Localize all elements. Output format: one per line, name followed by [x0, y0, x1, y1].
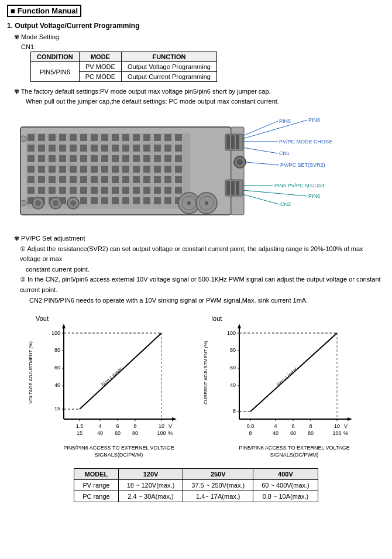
svg-rect-88	[143, 187, 150, 194]
svg-text:PIN6: PIN6	[308, 117, 320, 123]
svg-rect-41	[122, 155, 129, 162]
output-voltage-cell: Output Voltage Programming	[122, 62, 217, 72]
svg-rect-60	[164, 166, 171, 173]
svg-rect-39	[101, 155, 108, 162]
table-row-pc: PC range 2.4 ~ 30A(max.) 1.4~ 17A(max.) …	[74, 491, 318, 502]
svg-rect-30	[164, 145, 171, 152]
left-chart-container: VOLTAGE ADJUSTMENT (%) Vout 100 80	[26, 314, 190, 458]
svg-marker-187	[348, 417, 352, 421]
svg-rect-47	[27, 166, 35, 173]
svg-rect-61	[175, 166, 182, 173]
svg-rect-35	[59, 155, 66, 162]
open-cell: PC MODE	[79, 72, 121, 82]
svg-rect-99	[101, 197, 108, 204]
svg-rect-38	[91, 155, 98, 162]
svg-text:40: 40	[273, 430, 278, 436]
svg-text:6: 6	[291, 423, 294, 429]
pv-range-400v: 60 ~ 400V(max.)	[253, 479, 318, 491]
svg-rect-56	[122, 166, 129, 173]
svg-text:100: 100	[332, 430, 341, 436]
svg-rect-2	[27, 134, 35, 141]
svg-point-143	[35, 200, 41, 206]
svg-text:60: 60	[230, 365, 236, 371]
svg-rect-13	[143, 134, 150, 141]
svg-text:40: 40	[54, 382, 60, 388]
svg-line-130	[243, 148, 278, 153]
svg-rect-115	[226, 135, 230, 149]
svg-rect-48	[38, 166, 45, 173]
svg-rect-43	[143, 155, 150, 162]
svg-point-141	[20, 200, 26, 206]
svg-rect-103	[143, 197, 150, 204]
svg-line-138	[243, 194, 279, 204]
svg-text:8: 8	[249, 430, 252, 436]
svg-rect-77	[27, 187, 35, 194]
svg-line-136	[243, 190, 307, 196]
svg-rect-33	[38, 155, 45, 162]
svg-line-126	[243, 120, 307, 139]
svg-rect-87	[133, 187, 140, 194]
title-text: Function Manual	[18, 6, 78, 15]
svg-text:Non-Linear: Non-Linear	[100, 366, 124, 388]
right-chart-svg: 100 80 60 40 8 0.8 4 6 8 10 V 8	[223, 323, 357, 440]
pv-range-250v: 37.5 ~ 250V(max.)	[183, 479, 253, 491]
svg-rect-66	[70, 176, 77, 183]
pc-range-120v: 2.4 ~ 30A(max.)	[118, 491, 183, 502]
svg-rect-89	[154, 187, 161, 194]
svg-text:PV/PC SET(SVR2): PV/PC SET(SVR2)	[280, 162, 325, 168]
svg-text:0.8: 0.8	[247, 423, 255, 429]
svg-text:15: 15	[77, 430, 82, 436]
svg-rect-65	[59, 176, 66, 183]
svg-rect-86	[122, 187, 129, 194]
svg-text:6: 6	[116, 423, 119, 429]
svg-rect-79	[49, 187, 56, 194]
svg-rect-25	[112, 145, 119, 152]
svg-rect-7	[80, 134, 87, 141]
svg-rect-63	[38, 176, 45, 183]
svg-text:80: 80	[54, 347, 60, 353]
charts-row: VOLTAGE ADJUSTMENT (%) Vout 100 80	[7, 314, 385, 458]
svg-rect-91	[175, 187, 182, 194]
svg-rect-24	[101, 145, 108, 152]
svg-rect-102	[133, 197, 140, 204]
svg-rect-105	[164, 197, 171, 204]
final-header-120v: 120V	[118, 468, 183, 479]
svg-text:100: 100	[157, 430, 166, 436]
svg-rect-15	[164, 134, 171, 141]
svg-rect-27	[133, 145, 140, 152]
svg-rect-80	[59, 187, 66, 194]
svg-text:60: 60	[290, 430, 296, 436]
svg-rect-9	[101, 134, 108, 141]
svg-rect-98	[91, 197, 98, 204]
svg-text:PIN6: PIN6	[308, 193, 320, 199]
pv-range-label: PV range	[74, 479, 118, 491]
svg-rect-10	[112, 134, 119, 141]
svg-rect-19	[49, 145, 56, 152]
svg-rect-54	[101, 166, 108, 173]
svg-point-119	[237, 159, 243, 165]
svg-text:%: %	[168, 430, 173, 436]
svg-rect-16	[175, 134, 182, 141]
svg-rect-73	[143, 176, 150, 183]
svg-rect-50	[59, 166, 66, 173]
svg-text:10: 10	[334, 423, 340, 429]
svg-rect-84	[101, 187, 108, 194]
svg-rect-52	[80, 166, 87, 173]
svg-point-140	[20, 136, 26, 142]
pc-range-label: PC range	[74, 491, 118, 502]
svg-rect-64	[49, 176, 56, 183]
final-header-model: MODEL	[74, 468, 118, 479]
svg-rect-4	[49, 134, 56, 141]
svg-text:4: 4	[274, 423, 277, 429]
svg-text:10: 10	[159, 423, 164, 429]
svg-rect-18	[38, 145, 45, 152]
svg-text:60: 60	[115, 430, 121, 436]
device-image-container: /* grill drawn below */	[9, 109, 383, 232]
svg-rect-69	[101, 176, 108, 183]
note1: ✾ The factory default settings:PV mode o…	[14, 87, 385, 106]
svg-rect-76	[175, 176, 182, 183]
svg-marker-151	[172, 417, 177, 421]
svg-rect-5	[59, 134, 66, 141]
svg-rect-82	[80, 187, 87, 194]
svg-point-112	[205, 201, 208, 205]
